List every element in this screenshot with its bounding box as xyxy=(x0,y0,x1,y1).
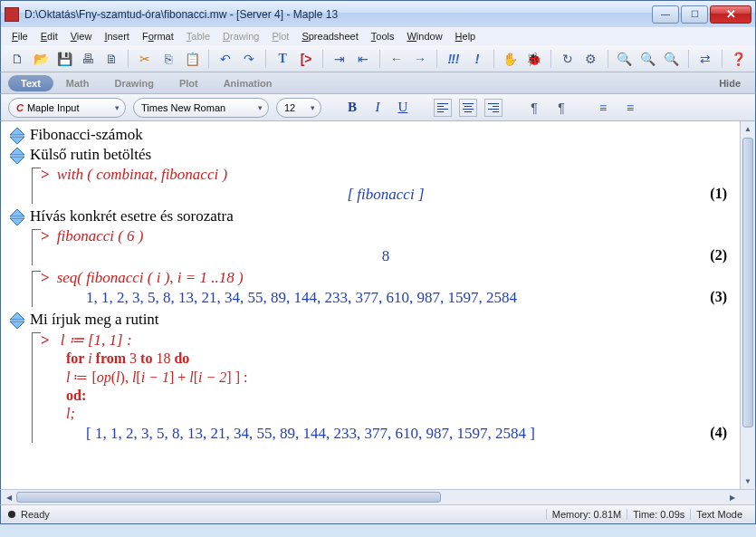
align-left-button[interactable] xyxy=(434,99,452,117)
new-icon[interactable]: 🗋 xyxy=(8,49,26,69)
execute-icon[interactable]: ! xyxy=(468,49,486,69)
paragraph2-icon[interactable]: ¶ xyxy=(551,98,571,118)
bullets-icon[interactable]: ≡ xyxy=(593,98,613,118)
back-icon[interactable]: ← xyxy=(388,49,406,69)
code-block[interactable]: for i from 3 to 18 do l ≔ [op(l), l[i − … xyxy=(41,350,731,423)
statusbar: Ready Memory: 0.81M Time: 0.09s Text Mod… xyxy=(0,504,756,524)
restart-icon[interactable]: ↻ xyxy=(559,49,577,69)
hide-button[interactable]: Hide xyxy=(719,78,748,89)
paragraph-icon[interactable]: ¶ xyxy=(524,98,544,118)
titlebar: D:\Oktatás\Fny-szamtud-óra\fibonacci.mw … xyxy=(0,0,756,27)
menu-drawing[interactable]: Drawing xyxy=(217,29,264,43)
horizontal-scrollbar[interactable]: ◀ ▶ xyxy=(0,489,756,504)
scroll-thumb[interactable] xyxy=(16,492,441,503)
svg-marker-3 xyxy=(10,157,24,164)
scroll-left-icon[interactable]: ◀ xyxy=(1,490,16,504)
tab-text[interactable]: Text xyxy=(8,75,53,91)
svg-marker-1 xyxy=(10,137,24,144)
outdent-icon[interactable]: ⇤ xyxy=(354,49,372,69)
document[interactable]: Fibonacci-számok Külső rutin betöltés >w… xyxy=(1,121,740,489)
undo-icon[interactable]: ↶ xyxy=(216,49,234,69)
svg-marker-5 xyxy=(10,218,24,225)
menu-window[interactable]: Window xyxy=(401,29,447,43)
prompt: > xyxy=(41,166,50,183)
indent-icon[interactable]: ⇥ xyxy=(330,49,349,69)
size-dropdown[interactable]: 12 xyxy=(276,98,321,118)
scroll-up-icon[interactable]: ▲ xyxy=(741,121,755,137)
tab-math[interactable]: Math xyxy=(53,75,102,91)
status-mode: Text Mode xyxy=(690,509,748,520)
debug-icon[interactable]: 🐞 xyxy=(525,49,543,69)
output-line: [ fibonacci ](1) xyxy=(41,184,731,206)
input-line[interactable]: seq( fibonacci ( i ), i = 1 ..18 ) xyxy=(57,269,244,286)
menu-spreadsheet[interactable]: Spreadsheet xyxy=(296,29,363,43)
context-toolbar: CMaple Input Times New Roman 12 B I U ¶ … xyxy=(0,94,756,121)
fold-toggle[interactable] xyxy=(5,125,30,145)
vertical-scrollbar[interactable]: ▲ ▼ xyxy=(740,121,755,489)
input-line[interactable]: l ≔ [1, 1] : xyxy=(61,331,132,349)
menu-edit[interactable]: Edit xyxy=(35,29,63,43)
scroll-thumb[interactable] xyxy=(742,138,753,427)
menu-view[interactable]: View xyxy=(65,29,98,43)
style-dropdown[interactable]: CMaple Input xyxy=(8,98,126,118)
window-title: D:\Oktatás\Fny-szamtud-óra\fibonacci.mw … xyxy=(24,8,652,21)
maximize-button[interactable]: ☐ xyxy=(681,5,708,24)
paste-icon[interactable]: 📋 xyxy=(183,49,201,69)
window-controls: ― ☐ ✕ xyxy=(652,5,751,24)
heading: Mi írjuk meg a rutint xyxy=(30,310,731,330)
svg-marker-6 xyxy=(10,312,24,320)
zoom-fit-icon[interactable]: 🔍 xyxy=(663,49,681,69)
menu-tools[interactable]: Tools xyxy=(366,29,400,43)
gear-icon[interactable]: ⚙ xyxy=(582,49,600,69)
menu-table[interactable]: Table xyxy=(181,29,215,43)
copy-icon[interactable]: ⎘ xyxy=(159,49,177,69)
stop-icon[interactable]: ✋ xyxy=(502,49,520,69)
close-button[interactable]: ✕ xyxy=(710,5,751,24)
fold-toggle[interactable] xyxy=(5,145,30,206)
mode-tabstrip: Text Math Drawing Plot Animation Hide xyxy=(0,72,756,94)
align-right-button[interactable] xyxy=(484,99,502,117)
italic-button[interactable]: I xyxy=(368,99,387,117)
help-icon[interactable]: ❓ xyxy=(730,49,748,69)
eq-label: (4) xyxy=(710,425,727,441)
save-icon[interactable]: 💾 xyxy=(55,49,73,69)
numbering-icon[interactable]: ≡ xyxy=(620,98,640,118)
cut-icon[interactable]: ✂ xyxy=(136,49,154,69)
fold-toggle[interactable] xyxy=(5,206,30,310)
menu-file[interactable]: File xyxy=(6,29,33,43)
status-dot-icon xyxy=(8,511,15,518)
fold-toggle[interactable] xyxy=(5,310,30,446)
zoom-in-icon[interactable]: 🔍 xyxy=(616,49,634,69)
print-preview-icon[interactable]: 🗎 xyxy=(102,49,120,69)
svg-marker-0 xyxy=(10,128,24,135)
print-icon[interactable]: 🖶 xyxy=(79,49,97,69)
svg-marker-2 xyxy=(10,148,24,155)
eq-label: (1) xyxy=(710,186,727,202)
prompt: > xyxy=(41,331,50,349)
open-icon[interactable]: 📂 xyxy=(32,49,50,69)
underline-button[interactable]: U xyxy=(394,99,412,117)
tab-animation[interactable]: Animation xyxy=(211,75,285,91)
toggle-icon[interactable]: ⇄ xyxy=(696,49,714,69)
text-mode-icon[interactable]: T xyxy=(273,49,292,69)
menu-insert[interactable]: Insert xyxy=(99,29,135,43)
tab-drawing[interactable]: Drawing xyxy=(101,75,166,91)
eq-label: (3) xyxy=(710,289,727,305)
input-line[interactable]: fibonacci ( 6 ) xyxy=(57,227,144,245)
bold-button[interactable]: B xyxy=(343,99,361,117)
scroll-down-icon[interactable]: ▼ xyxy=(741,474,755,489)
scroll-right-icon[interactable]: ▶ xyxy=(724,490,740,504)
prompt-icon[interactable]: [> xyxy=(297,49,315,69)
menu-format[interactable]: Format xyxy=(137,29,179,43)
menu-plot[interactable]: Plot xyxy=(266,29,294,43)
font-dropdown[interactable]: Times New Roman xyxy=(133,98,269,118)
forward-icon[interactable]: → xyxy=(411,49,429,69)
align-center-button[interactable] xyxy=(459,99,477,117)
input-line[interactable]: with ( combinat, fibonacci ) xyxy=(57,166,227,183)
redo-icon[interactable]: ↷ xyxy=(240,49,258,69)
zoom-out-icon[interactable]: 🔍 xyxy=(639,49,657,69)
menu-help[interactable]: Help xyxy=(450,29,482,43)
execute-all-icon[interactable]: ‼! xyxy=(445,49,463,69)
minimize-button[interactable]: ― xyxy=(652,5,679,24)
tab-plot[interactable]: Plot xyxy=(167,75,211,91)
